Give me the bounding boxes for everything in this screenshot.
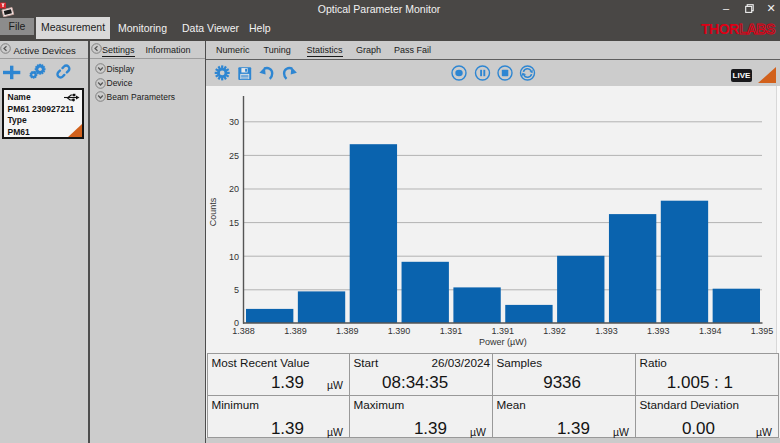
svg-text:Counts: Counts (208, 197, 218, 226)
svg-text:25: 25 (229, 150, 239, 160)
svg-text:5: 5 (234, 285, 239, 295)
svg-text:1.393: 1.393 (647, 326, 670, 336)
svg-text:10: 10 (229, 251, 239, 261)
svg-text:1.395: 1.395 (751, 326, 774, 336)
svg-text:30: 30 (229, 117, 239, 127)
svg-text:1.392: 1.392 (543, 326, 566, 336)
svg-text:Power (µW): Power (µW) (479, 337, 527, 347)
svg-text:1.393: 1.393 (595, 326, 618, 336)
svg-text:15: 15 (229, 218, 239, 228)
svg-text:1.389: 1.389 (284, 326, 307, 336)
svg-text:1.391: 1.391 (440, 326, 463, 336)
svg-text:1.390: 1.390 (388, 326, 411, 336)
svg-text:20: 20 (229, 184, 239, 194)
svg-text:1.394: 1.394 (699, 326, 722, 336)
svg-text:1.391: 1.391 (492, 326, 515, 336)
svg-text:1.389: 1.389 (336, 326, 359, 336)
svg-text:1.388: 1.388 (232, 326, 255, 336)
